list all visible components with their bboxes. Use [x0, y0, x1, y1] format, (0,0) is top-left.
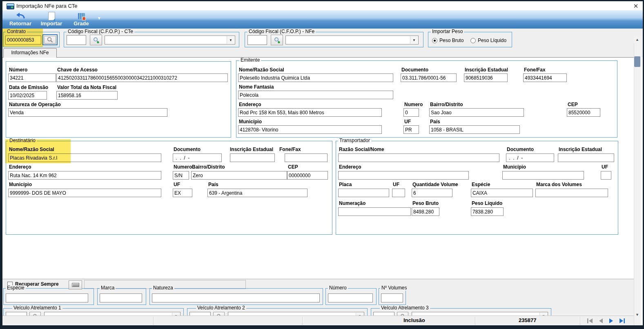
grade-label: Grade	[74, 20, 89, 27]
transportador-documento-input[interactable]	[506, 153, 554, 162]
emitente-bairro-input[interactable]	[429, 108, 524, 117]
import-document-icon	[48, 11, 55, 20]
recuperar-config-button[interactable]	[69, 280, 82, 289]
contrato-input[interactable]	[5, 36, 41, 44]
nfe-chave-input[interactable]	[56, 73, 228, 82]
destinatario-bairro-label: Bairro/Distrito	[192, 164, 225, 170]
scrollbar-thumb[interactable]	[634, 56, 640, 67]
transportador-especie-input[interactable]	[471, 189, 533, 197]
veiculo-atrelamento-2-caption: Veículo Atrelamento 2	[196, 305, 246, 311]
retornar-button[interactable]: Retornar	[6, 11, 35, 27]
destinatario-numero-input[interactable]	[173, 171, 189, 180]
cfop-cte-code-input[interactable]	[67, 35, 86, 45]
emitente-numero-input[interactable]	[403, 108, 419, 117]
valor-total-label: Valor Total da Nota Fiscal	[57, 84, 116, 90]
transportador-inscricao-input[interactable]	[558, 153, 614, 162]
destinatario-endereco-label: Endereço	[9, 164, 31, 170]
importar-peso-caption: Importar Peso	[431, 29, 464, 34]
marca-input[interactable]	[100, 293, 142, 302]
cfop-cte-combobox[interactable]: ▼	[105, 36, 235, 44]
nfe-numero-input[interactable]	[8, 73, 56, 82]
emitente-pais-input[interactable]	[429, 125, 520, 134]
emitente-bairro-label: Bairro/Distrito	[430, 102, 463, 107]
toolbar-more-button[interactable]: ▼	[97, 16, 101, 20]
scroll-up-icon[interactable]: ▲	[634, 36, 641, 43]
cfop-cte-caption: Código Fiscal (C.F.O.P.) - CTe	[67, 29, 134, 34]
transportador-marca-volumes-input[interactable]	[535, 189, 608, 197]
emitente-municipio-input[interactable]	[238, 125, 382, 134]
cfop-nfe-search-button[interactable]	[271, 35, 283, 45]
emitente-documento-input[interactable]	[401, 73, 457, 82]
transportador-placa-label: Placa	[339, 182, 352, 187]
emitente-cep-input[interactable]	[567, 108, 600, 117]
natureza-input[interactable]	[152, 293, 320, 302]
emitente-endereco-label: Endereço	[239, 102, 261, 107]
next-record-icon[interactable]	[607, 317, 616, 325]
chevron-down-icon: ▼	[410, 36, 418, 44]
destinatario-documento-input[interactable]	[173, 153, 222, 162]
destinatario-nome-label: Nome/Razão Social	[9, 147, 54, 152]
transportador-municipio-input[interactable]	[502, 171, 584, 180]
emitente-pais-label: País	[430, 119, 440, 124]
destinatario-municipio-input[interactable]	[8, 189, 161, 197]
peso-liquido-radio[interactable]	[470, 38, 476, 43]
close-icon[interactable]: ✕	[631, 2, 641, 10]
transportador-uf-placa-input[interactable]	[392, 189, 405, 197]
transportador-endereco-input[interactable]	[338, 171, 469, 180]
transportador-uf-input[interactable]	[601, 171, 611, 180]
emitente-cep-label: CEP	[568, 102, 578, 107]
peso-bruto-radio[interactable]	[432, 38, 437, 43]
transportador-razao-input[interactable]	[338, 153, 499, 162]
cfop-nfe-code-input[interactable]	[247, 35, 267, 45]
tab-informacoes-nfe[interactable]: Informações NFe	[3, 48, 57, 58]
transportador-numeracao-input[interactable]	[338, 207, 411, 216]
chave-label: Chave de Acesso	[57, 67, 98, 73]
destinatario-inscricao-input[interactable]	[230, 153, 275, 162]
contrato-search-button[interactable]	[42, 34, 58, 45]
last-record-icon[interactable]	[617, 317, 626, 325]
emitente-fantasia-input[interactable]	[238, 91, 393, 99]
n-volumes-input[interactable]	[381, 293, 403, 302]
transportador-peso-bruto-input[interactable]	[412, 207, 439, 216]
emitente-inscricao-input[interactable]	[464, 73, 508, 82]
especie-caption: Espécie	[6, 285, 26, 291]
grade-button[interactable]: Grade	[69, 11, 94, 27]
destinatario-uf-input[interactable]	[173, 189, 192, 197]
destinatario-cep-input[interactable]	[287, 171, 328, 180]
destinatario-bairro-input[interactable]	[191, 171, 287, 180]
app-window: Importação NFe para CTe ✕ Retornar Impor…	[0, 0, 644, 329]
numero-input[interactable]	[328, 293, 373, 302]
destinatario-pais-input[interactable]	[207, 189, 308, 197]
transportador-placa-input[interactable]	[338, 189, 389, 197]
destinatario-nome-input[interactable]	[8, 153, 161, 162]
magnifier-icon	[47, 36, 53, 43]
scroll-down-icon[interactable]: ▼	[634, 311, 641, 318]
especie-input[interactable]	[6, 293, 88, 302]
emitente-nome-input[interactable]	[238, 73, 393, 82]
nfe-valor-input[interactable]	[56, 91, 118, 100]
emitente-fone-input[interactable]	[523, 73, 567, 82]
status-record-number: 235877	[519, 317, 536, 323]
cfop-nfe-combobox[interactable]: ▼	[285, 36, 419, 44]
transportador-peso-liquido-input[interactable]	[471, 207, 504, 216]
key-button-icon	[72, 283, 79, 287]
peso-liquido-label: Peso Líquido	[478, 38, 506, 43]
emitente-caption: Emitente	[239, 58, 261, 63]
destinatario-fone-input[interactable]	[285, 153, 328, 162]
nfe-data-input[interactable]	[8, 91, 47, 100]
cfop-cte-search-button[interactable]	[90, 35, 102, 45]
vertical-scrollbar[interactable]	[634, 36, 641, 325]
nfe-natureza-input[interactable]	[8, 108, 167, 117]
emitente-fone-label: Fone/Fax	[524, 67, 546, 73]
emitente-endereco-input[interactable]	[238, 108, 382, 117]
prev-record-icon[interactable]	[596, 317, 605, 325]
natureza-operacao-label: Natureza de Operação	[9, 102, 61, 107]
transportador-qtd-volume-label: Quantidade Volume	[412, 182, 458, 187]
importar-button[interactable]: Importar	[37, 11, 66, 27]
emitente-uf-input[interactable]	[403, 125, 419, 134]
importar-label: Importar	[41, 20, 62, 27]
destinatario-endereco-input[interactable]	[8, 171, 161, 180]
transportador-qtd-volume-input[interactable]	[412, 189, 452, 197]
toolbar: Retornar Importar Grade ▼	[2, 10, 643, 29]
first-record-icon[interactable]	[586, 317, 595, 325]
